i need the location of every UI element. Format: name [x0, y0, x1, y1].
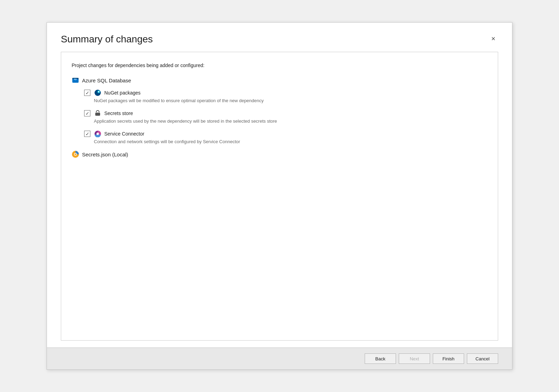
svg-point-7	[98, 91, 99, 92]
section-intro: Project changes for dependencies being a…	[72, 63, 487, 68]
close-button[interactable]: ×	[488, 34, 498, 43]
change-item-secrets-store: ✓ Secrets store Applicat	[84, 109, 487, 124]
service-connector-description: Connection and network settings will be …	[94, 139, 487, 144]
secrets-store-checkmark: ✓	[86, 111, 89, 116]
service-connector-icon	[94, 130, 102, 138]
svg-text:SQL: SQL	[74, 79, 77, 80]
change-item-service-connector: ✓ Service Connector	[84, 130, 487, 144]
dependency-group-azure-sql: SQL SQL Azure SQL Database ✓	[72, 76, 487, 144]
secrets-json-group: Secrets.json (Local)	[72, 150, 487, 158]
svg-point-5	[95, 90, 101, 96]
secrets-json-label: Secrets.json (Local)	[82, 152, 128, 157]
service-connector-header: ✓ Service Connector	[84, 130, 487, 138]
secrets-store-label: Secrets store	[94, 109, 133, 117]
azure-sql-label: Azure SQL Database	[82, 77, 131, 83]
secrets-store-checkbox[interactable]: ✓	[84, 110, 90, 116]
azure-sql-title: SQL SQL Azure SQL Database	[72, 76, 487, 84]
finish-button[interactable]: Finish	[433, 353, 464, 364]
dialog-title: Summary of changes	[61, 34, 153, 45]
secrets-store-text: Secrets store	[104, 111, 133, 116]
dialog-header: Summary of changes ×	[47, 23, 512, 52]
cancel-button[interactable]: Cancel	[467, 353, 498, 364]
svg-point-9	[97, 133, 99, 135]
back-button[interactable]: Back	[365, 353, 396, 364]
service-connector-checkmark: ✓	[86, 132, 89, 136]
summary-dialog: Summary of changes × Project changes for…	[47, 22, 512, 370]
dialog-body: Project changes for dependencies being a…	[47, 52, 512, 348]
nuget-icon	[94, 89, 102, 97]
nuget-checkmark: ✓	[86, 91, 89, 95]
footer-bar: Back Next Finish Cancel	[47, 348, 512, 369]
secrets-store-description: Application secrets used by the new depe…	[94, 119, 487, 124]
content-box: Project changes for dependencies being a…	[61, 52, 498, 341]
service-connector-text: Service Connector	[104, 131, 144, 137]
next-button[interactable]: Next	[399, 353, 430, 364]
lock-icon	[94, 109, 102, 117]
nuget-description: NuGet packages will be modified to ensur…	[94, 98, 487, 103]
secrets-json-icon	[72, 150, 79, 158]
nuget-label: NuGet packages	[94, 89, 140, 97]
service-connector-label: Service Connector	[94, 130, 144, 138]
nuget-text: NuGet packages	[104, 90, 140, 96]
nuget-header: ✓ NuGet packages	[84, 89, 487, 97]
secrets-store-header: ✓ Secrets store	[84, 109, 487, 117]
change-item-nuget: ✓ NuGet packages	[84, 89, 487, 103]
svg-point-12	[75, 154, 76, 155]
azure-sql-icon: SQL SQL	[72, 76, 79, 84]
service-connector-checkbox[interactable]: ✓	[84, 131, 90, 137]
nuget-checkbox[interactable]: ✓	[84, 90, 90, 96]
